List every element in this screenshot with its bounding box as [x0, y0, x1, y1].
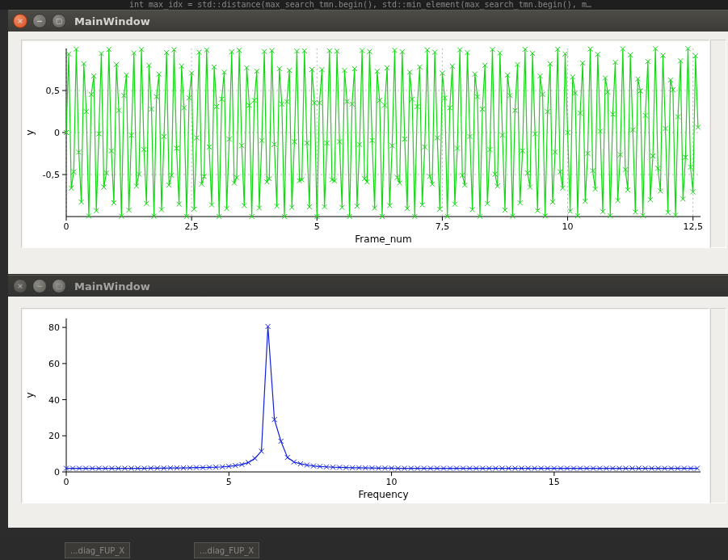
close-icon[interactable]: ×: [13, 14, 27, 28]
svg-text:-0,5: -0,5: [43, 170, 60, 180]
svg-text:5: 5: [314, 221, 320, 232]
footer-tab-1[interactable]: ...diag_FUP_X: [65, 542, 130, 558]
svg-text:15: 15: [549, 477, 560, 487]
side-panel-1: [710, 40, 726, 248]
svg-text:20: 20: [48, 431, 60, 441]
svg-text:5: 5: [226, 477, 232, 487]
minimize-icon[interactable]: −: [32, 279, 47, 293]
window-titlebar-2[interactable]: × − ▢ MainWindow: [8, 275, 728, 297]
svg-text:Frame_num: Frame_num: [355, 234, 411, 245]
window-title: MainWindow: [74, 280, 150, 293]
close-icon[interactable]: ×: [13, 279, 27, 293]
svg-text:0: 0: [54, 128, 60, 138]
svg-text:0: 0: [54, 467, 60, 478]
ide-footer: ...diag_FUP_X ...diag_FUP_X: [0, 537, 728, 560]
svg-text:y: y: [24, 129, 36, 135]
window-titlebar-1[interactable]: × − ▢ MainWindow: [8, 10, 728, 32]
svg-text:0: 0: [64, 477, 69, 487]
footer-tab-2[interactable]: ...diag_FUP_X: [194, 542, 259, 558]
svg-text:60: 60: [48, 359, 60, 369]
svg-text:y: y: [24, 392, 36, 398]
plot-widget-2[interactable]: 020406080051015Frequencyy: [21, 308, 709, 503]
plot-widget-1[interactable]: -0,500,502,557,51012,5Frame_numy: [21, 40, 709, 248]
window-title: MainWindow: [74, 15, 150, 27]
svg-text:40: 40: [48, 395, 60, 406]
side-panel-2: [710, 308, 726, 503]
background-code-hint: int max_idx = std::distance(max_search_t…: [0, 0, 728, 10]
svg-text:0: 0: [64, 221, 69, 232]
svg-text:12,5: 12,5: [683, 221, 703, 232]
svg-text:2,5: 2,5: [184, 221, 199, 232]
svg-text:0,5: 0,5: [46, 86, 61, 96]
client-area-2: 020406080051015Frequencyy: [8, 297, 728, 528]
minimize-icon[interactable]: −: [32, 14, 47, 28]
svg-text:80: 80: [48, 322, 60, 333]
maximize-icon[interactable]: ▢: [52, 279, 66, 293]
client-area-1: -0,500,502,557,51012,5Frame_numy: [8, 32, 728, 274]
maximize-icon[interactable]: ▢: [52, 14, 66, 28]
svg-text:Frequency: Frequency: [359, 489, 409, 500]
svg-text:7,5: 7,5: [436, 221, 450, 232]
svg-text:10: 10: [562, 221, 574, 232]
svg-text:10: 10: [386, 477, 398, 487]
